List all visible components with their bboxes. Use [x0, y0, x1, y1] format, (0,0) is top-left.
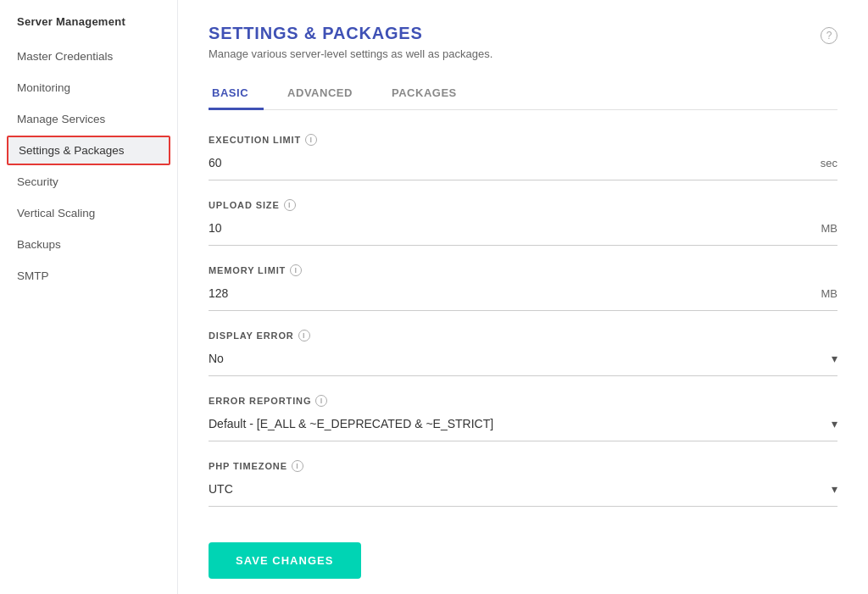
field-row-error-reporting: Default - [E_ALL & ~E_DEPRECATED & ~E_ST…: [209, 414, 837, 441]
save-button-container: SAVE CHANGES: [209, 525, 837, 592]
sidebar-item-monitoring[interactable]: Monitoring: [0, 73, 177, 103]
field-group-upload-size: UPLOAD SIZEiMB: [209, 199, 837, 246]
field-row-upload-size: MB: [209, 218, 837, 246]
field-group-error-reporting: ERROR REPORTINGiDefault - [E_ALL & ~E_DE…: [209, 395, 837, 441]
tab-basic[interactable]: BASIC: [209, 78, 264, 110]
field-label-error-reporting: ERROR REPORTINGi: [209, 395, 837, 407]
field-label-memory-limit: MEMORY LIMITi: [209, 264, 837, 276]
field-group-execution-limit: EXECUTION LIMITisec: [209, 134, 837, 180]
field-label-text-display-error: DISPLAY ERROR: [209, 330, 294, 341]
field-label-text-php-timezone: PHP TIMEZONE: [209, 461, 287, 471]
field-group-display-error: DISPLAY ERRORiNoYes▾: [209, 330, 837, 376]
field-label-text-execution-limit: EXECUTION LIMIT: [209, 135, 301, 145]
select-error-reporting[interactable]: Default - [E_ALL & ~E_DEPRECATED & ~E_ST…: [209, 414, 832, 434]
main-content: SETTINGS & PACKAGES ? Manage various ser…: [178, 0, 868, 594]
sidebar-title: Server Management: [0, 0, 177, 40]
save-changes-button[interactable]: SAVE CHANGES: [209, 542, 361, 579]
field-label-php-timezone: PHP TIMEZONEi: [209, 460, 837, 472]
info-icon-php-timezone[interactable]: i: [292, 460, 303, 472]
unit-upload-size: MB: [821, 222, 838, 235]
page-title: SETTINGS & PACKAGES: [209, 24, 423, 43]
sidebar-item-master-credentials[interactable]: Master Credentials: [0, 42, 177, 71]
field-label-upload-size: UPLOAD SIZEi: [209, 199, 837, 211]
field-label-text-upload-size: UPLOAD SIZE: [209, 200, 280, 210]
page-subtitle: Manage various server-level settings as …: [209, 47, 837, 60]
unit-memory-limit: MB: [821, 287, 838, 300]
sidebar: Server Management Master CredentialsMoni…: [0, 0, 178, 594]
field-row-php-timezone: UTCAmerica/New_YorkEurope/London▾: [209, 479, 837, 507]
unit-execution-limit: sec: [821, 157, 837, 169]
field-group-memory-limit: MEMORY LIMITiMB: [209, 264, 837, 311]
sidebar-item-smtp[interactable]: SMTP: [0, 261, 177, 291]
tabs-bar: BASICADVANCEDPACKAGES: [209, 77, 837, 110]
info-icon-error-reporting[interactable]: i: [315, 395, 327, 407]
chevron-down-icon-error-reporting: ▾: [832, 417, 837, 430]
field-row-memory-limit: MB: [209, 283, 837, 311]
select-php-timezone[interactable]: UTCAmerica/New_YorkEurope/London: [209, 479, 832, 499]
info-icon-execution-limit[interactable]: i: [305, 134, 317, 146]
help-icon[interactable]: ?: [821, 27, 837, 44]
field-label-display-error: DISPLAY ERRORi: [209, 330, 837, 341]
select-display-error[interactable]: NoYes: [209, 348, 832, 369]
page-header: SETTINGS & PACKAGES ?: [209, 24, 837, 44]
sidebar-item-manage-services[interactable]: Manage Services: [0, 104, 177, 134]
field-row-execution-limit: sec: [209, 153, 837, 180]
tab-advanced[interactable]: ADVANCED: [284, 78, 368, 110]
info-icon-upload-size[interactable]: i: [284, 199, 296, 211]
input-upload-size[interactable]: [209, 218, 815, 238]
tab-packages[interactable]: PACKAGES: [388, 78, 472, 110]
input-memory-limit[interactable]: [209, 283, 815, 303]
field-label-text-error-reporting: ERROR REPORTING: [209, 396, 311, 406]
field-label-text-memory-limit: MEMORY LIMIT: [209, 265, 286, 275]
field-label-execution-limit: EXECUTION LIMITi: [209, 134, 837, 146]
info-icon-memory-limit[interactable]: i: [290, 264, 302, 276]
sidebar-item-backups[interactable]: Backups: [0, 230, 177, 259]
field-row-display-error: NoYes▾: [209, 348, 837, 376]
info-icon-display-error[interactable]: i: [298, 330, 310, 341]
chevron-down-icon-php-timezone: ▾: [832, 482, 837, 496]
sidebar-item-settings-packages[interactable]: Settings & Packages: [7, 136, 170, 165]
input-execution-limit[interactable]: [209, 153, 814, 173]
sidebar-item-security[interactable]: Security: [0, 167, 177, 197]
chevron-down-icon-display-error: ▾: [832, 352, 837, 365]
sidebar-item-vertical-scaling[interactable]: Vertical Scaling: [0, 198, 177, 228]
field-group-php-timezone: PHP TIMEZONEiUTCAmerica/New_YorkEurope/L…: [209, 460, 837, 507]
